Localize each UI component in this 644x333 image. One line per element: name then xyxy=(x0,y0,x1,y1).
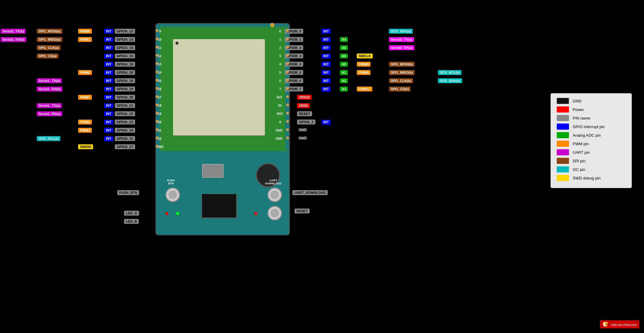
reset-bottom: RESET xyxy=(295,209,310,213)
i2c-text: I2C pin xyxy=(573,167,585,172)
rint-4: INT xyxy=(322,62,331,67)
uart-download-button[interactable] xyxy=(267,187,282,202)
serial2-tx-a: Serial2_TX(a) xyxy=(389,37,414,42)
reset-label: RESET xyxy=(297,111,312,116)
watermark-icon: 🍞 xyxy=(602,322,608,327)
gpioa-28: GPIOA_28 xyxy=(115,70,135,75)
rint-2: INT xyxy=(322,45,331,50)
reset-button[interactable] xyxy=(267,206,282,220)
spi1-miso-b: SPI1_MISO(b) xyxy=(389,70,415,75)
gpioa-18: GPIOA_18 xyxy=(115,78,135,83)
serial1-tx-a: Serial1_TX(a) xyxy=(37,103,62,108)
legend-pwm: PWM pin xyxy=(557,141,626,147)
i2c0-sda-a: I2C0_SDA(a) xyxy=(389,29,413,34)
led-red-1 xyxy=(165,212,168,215)
int-label-1: INT xyxy=(104,29,113,34)
gpioa-24: GPIOA_24 xyxy=(115,128,135,133)
rpin-6: 6 xyxy=(279,79,281,83)
vdd33-label: VDD33 xyxy=(297,95,311,100)
rpin-4: 4 xyxy=(279,63,281,66)
legend-spi: SPI pin xyxy=(557,158,626,164)
pwm3-label: PWM3 xyxy=(78,128,92,133)
int-label-5: INT xyxy=(104,62,113,67)
a2-label: A2 xyxy=(340,78,348,83)
rpin-gnd2: GND xyxy=(276,137,282,140)
rpin-7: 7 xyxy=(279,87,281,91)
rint-1: INT xyxy=(322,37,331,42)
serial2-rx-b-label: Serial2_RX(b) xyxy=(1,37,26,42)
push-button[interactable] xyxy=(165,187,180,202)
power-text: Power xyxy=(573,107,584,112)
pwm17-label: PWM17 xyxy=(357,87,372,91)
led-g-label: LED_G xyxy=(124,211,139,216)
gpioa-23: GPIOA_23 xyxy=(115,120,135,124)
spi1-clk-b: SPI1_CLK(b) xyxy=(389,78,413,83)
pwm1-label: PWM1 xyxy=(78,37,92,42)
rint-6: INT xyxy=(322,78,331,83)
int-label-10: INT xyxy=(104,103,113,108)
swd-swatch xyxy=(557,175,569,181)
board-ic xyxy=(201,194,237,218)
int-label-14: INT xyxy=(104,136,113,141)
pwm-text: PWM pin xyxy=(573,142,589,146)
spi1-mosi-b: SPI1_MOSI(b) xyxy=(389,62,415,67)
spi1-cs-a-label: SPI1_CS(a) xyxy=(37,54,58,58)
pin-name-swatch xyxy=(557,115,569,121)
gpioa-21: GPIOA_21 xyxy=(115,103,135,108)
rint-3: INT xyxy=(322,54,331,58)
pwm8-label: PWM8 xyxy=(357,62,371,67)
usb-connector xyxy=(202,164,224,178)
pin-name-text: PIN name xyxy=(573,116,590,120)
int-label-9: INT xyxy=(104,95,113,100)
int-label-3: INT xyxy=(104,45,113,50)
rpin-0: 0 xyxy=(279,30,281,33)
board-chip xyxy=(173,39,265,135)
pwm9-label: PWM9 xyxy=(357,70,371,75)
int-label-13: INT xyxy=(104,128,113,133)
legend-analog: Analog ADC pin xyxy=(557,132,626,138)
i2c0-scl-a: I2C0_SCL(a) xyxy=(37,136,60,141)
arduino-board: PUSHBTN UARTDOWNLOAD xyxy=(155,23,290,235)
gpioa-14: GPIOA_14 xyxy=(115,45,135,50)
gpioa-2-label: GPIOA_2 xyxy=(297,120,315,124)
gpioa-19: GPIOA_19 xyxy=(115,87,135,91)
rpin-8: 8 xyxy=(279,120,281,124)
gpioa-30: GPIOA_30 xyxy=(115,95,135,100)
led-b-label: LED_B xyxy=(124,219,139,224)
legend-pin-name: PIN name xyxy=(557,115,626,121)
i2c0-sda-b: I2C0_SDA(b) xyxy=(438,78,462,83)
pin-strip-left xyxy=(156,31,160,171)
rpin-2: 2 xyxy=(279,46,281,50)
rint-0: INT xyxy=(322,29,331,34)
uart-label: UARTDOWNLOAD xyxy=(263,179,283,185)
uart-text: UART pin xyxy=(573,150,590,155)
pwm2-label: PWM2 xyxy=(78,120,92,124)
pin-num-9: 9 xyxy=(159,30,161,33)
push-btn-bottom: PUSH_BTN xyxy=(117,190,139,195)
vdd5-label: VDD5 xyxy=(297,103,310,108)
swd-text: SWD debug pin xyxy=(573,176,601,180)
a3-label: A3 xyxy=(340,87,348,91)
rpin-3: 3 xyxy=(279,54,281,58)
pwm-swatch xyxy=(557,141,569,147)
legend-uart: UART pin xyxy=(557,149,626,155)
swclk-label: SWCLK xyxy=(357,54,373,58)
led-green xyxy=(176,212,179,215)
int-label-6: INT xyxy=(104,70,113,75)
uart-swatch xyxy=(557,149,569,155)
gpioa-31: GPIOA_31 xyxy=(115,136,135,141)
led-red-2 xyxy=(254,212,257,215)
power-swatch xyxy=(557,106,569,113)
serial1-rx-a: Serial1_RX(a) xyxy=(37,111,62,116)
int-label-12: INT xyxy=(104,120,113,124)
rpin-1: 1 xyxy=(279,38,281,41)
legend-power: Power xyxy=(557,106,626,113)
watermark-text: mbb.eet-china.com xyxy=(611,323,637,327)
rint-5: INT xyxy=(322,70,331,75)
i2c0-scl-b: I2C0_SCL(b) xyxy=(438,70,461,75)
legend-swd: SWD debug pin xyxy=(557,175,626,181)
gnd-swatch xyxy=(557,98,569,104)
spi-text: SPI pin xyxy=(573,159,586,163)
a4-label: A4 xyxy=(340,37,348,42)
rpin-gnd1: GND xyxy=(276,129,282,132)
